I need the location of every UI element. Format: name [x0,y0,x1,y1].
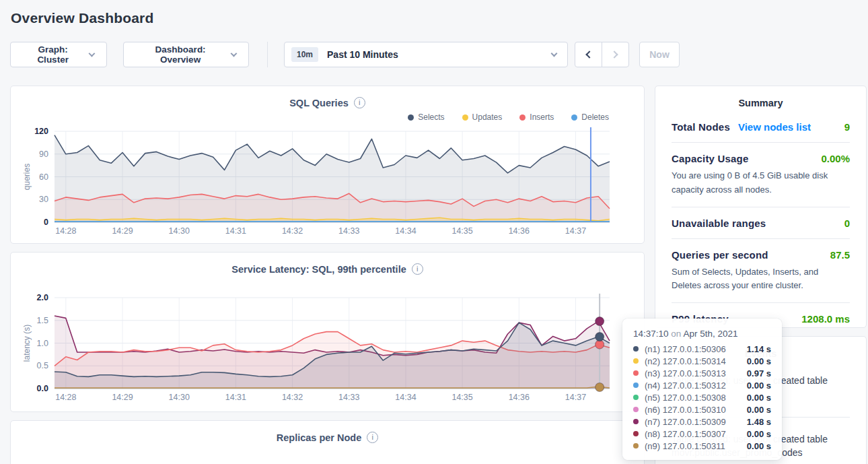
legend-item-selects[interactable]: Selects [408,112,444,122]
summary-card: Summary Total NodesView nodes list9Capac… [655,86,867,328]
summary-title: Summary [672,86,850,115]
node-color-dot [633,383,639,388]
tooltip-node-value: 1.48 s [747,417,771,427]
svg-text:1.0: 1.0 [37,339,48,348]
tooltip-node-row: (n5) 127.0.0.1:503080.00 s [633,391,771,403]
time-back-button[interactable] [575,42,602,67]
tooltip-node-label: (n7) 127.0.0.1:50309 [645,417,726,427]
toolbar-divider [267,42,268,67]
replicas-chart-title: Replicas per Node [277,432,362,443]
summary-row-value: 0 [844,218,850,229]
time-range-label: Past 10 Minutes [327,49,398,60]
tooltip-node-row: (n9) 127.0.0.1:503110.00 s [633,440,771,452]
svg-text:0: 0 [44,218,48,227]
svg-text:14:32: 14:32 [282,226,303,236]
svg-text:14:37: 14:37 [565,393,586,402]
svg-text:14:28: 14:28 [55,393,76,402]
chevron-right-icon [610,51,618,58]
legend-item-inserts[interactable]: Inserts [519,112,554,122]
tooltip-node-row: (n1) 127.0.0.1:503061.14 s [633,343,771,355]
summary-row-value: 0.00% [821,153,850,164]
sql-queries-chart-title: SQL Queries [289,98,349,108]
summary-row-subtext: You are using 0 B of 4.5 GiB usable disk… [672,169,850,197]
tooltip-conjunction: on [671,329,681,339]
tooltip-node-value: 0.00 s [747,380,771,391]
tooltip-node-label: (n1) 127.0.0.1:50306 [645,344,726,354]
tooltip-node-value: 0.00 s [747,429,771,439]
legend-item-updates[interactable]: Updates [462,112,503,122]
node-color-dot [633,431,639,436]
replicas-per-node-card: Replicas per Nodei [10,420,645,464]
tooltip-node-row: (n8) 127.0.0.1:503070.00 s [633,428,771,440]
summary-row-value: 87.5 [830,249,850,261]
overview-dashboard-page: Overview Dashboard Graph: Cluster Dashbo… [0,0,868,464]
legend-item-deletes[interactable]: Deletes [571,112,609,122]
svg-text:14:34: 14:34 [395,393,416,402]
legend-dot [462,114,468,121]
node-color-dot [633,358,639,364]
tooltip-node-row: (n2) 127.0.0.1:503140.00 s [633,355,771,367]
graph-selector-dropdown[interactable]: Graph: Cluster [10,42,107,67]
time-range-picker[interactable]: 10m Past 10 Minutes [284,42,568,67]
tooltip-node-value: 0.00 s [747,441,771,451]
tooltip-node-label: (n2) 127.0.0.1:50314 [645,356,726,366]
summary-rows: Total NodesView nodes list9Capacity Usag… [672,115,850,334]
tooltip-node-label: (n5) 127.0.0.1:50308 [645,393,726,403]
summary-row-label: Capacity Usage [672,153,749,164]
legend-label: Selects [418,112,444,122]
tooltip-node-value: 0.00 s [747,405,771,415]
svg-text:14:29: 14:29 [112,393,133,402]
info-icon[interactable]: i [412,263,423,275]
tooltip-rows: (n1) 127.0.0.1:503061.14 s(n2) 127.0.0.1… [633,343,771,452]
tooltip-node-label: (n8) 127.0.0.1:50307 [645,429,726,439]
chevron-down-icon [89,50,96,57]
node-color-dot [633,370,639,376]
node-color-dot [633,407,639,412]
svg-text:14:36: 14:36 [509,226,530,236]
svg-text:latency (s): latency (s) [22,325,32,362]
summary-row-value: 9 [844,121,850,133]
tooltip-node-row: (n3) 127.0.0.1:503130.97 s [633,367,771,379]
legend-dot [519,114,526,121]
dashboard-selector-label: Dashboard: Overview [136,44,225,65]
tooltip-time: 14:37:10 [633,329,669,339]
info-icon[interactable]: i [367,432,378,443]
dashboard-selector-dropdown[interactable]: Dashboard: Overview [123,42,249,67]
view-nodes-list-link[interactable]: View nodes list [738,121,811,133]
info-icon[interactable]: i [354,97,365,108]
toolbar: Graph: Cluster Dashboard: Overview 10m P… [10,42,868,67]
legend-label: Inserts [530,112,554,122]
svg-text:14:32: 14:32 [282,393,303,402]
now-button[interactable]: Now [639,42,680,67]
time-range-badge: 10m [291,47,318,62]
svg-text:14:28: 14:28 [55,226,76,236]
svg-text:90: 90 [39,150,48,159]
summary-row: Queries per second87.5Sum of Selects, Up… [672,238,850,303]
sql-queries-chart[interactable]: 14:2814:2914:3014:3114:3214:3314:3414:35… [11,123,645,243]
svg-text:2.0: 2.0 [37,293,48,302]
sql-queries-title-row: SQL Queriesi [11,86,644,101]
tooltip-node-label: (n6) 127.0.0.1:50310 [645,405,726,415]
service-latency-card: Service Latency: SQL, 99th percentilei 1… [10,252,645,412]
service-latency-chart[interactable]: 14:2814:2914:3014:3114:3214:3314:3414:35… [11,290,645,409]
legend-label: Deletes [581,112,609,122]
svg-text:14:34: 14:34 [395,226,416,236]
tooltip-date: Apr 5th, 2021 [683,329,737,339]
summary-row: Capacity Usage0.00%You are using 0 B of … [672,142,850,207]
summary-row-label: Unavailable ranges [672,218,766,229]
summary-row-label: Total Nodes [672,121,730,133]
node-color-dot [633,443,639,449]
tooltip-node-label: (n3) 127.0.0.1:50313 [645,368,726,378]
time-forward-button[interactable] [602,42,629,67]
svg-text:14:33: 14:33 [338,226,359,236]
svg-text:14:35: 14:35 [451,393,472,402]
node-color-dot [633,395,639,400]
tooltip-node-value: 0.00 s [747,393,771,403]
graph-selector-label: Graph: Cluster [23,44,83,65]
svg-text:14:36: 14:36 [509,393,530,402]
service-latency-chart-title: Service Latency: SQL, 99th percentile [231,264,406,275]
svg-text:120: 120 [34,127,48,136]
legend-dot [408,114,414,121]
svg-text:queries: queries [22,164,32,190]
svg-text:60: 60 [39,172,48,182]
